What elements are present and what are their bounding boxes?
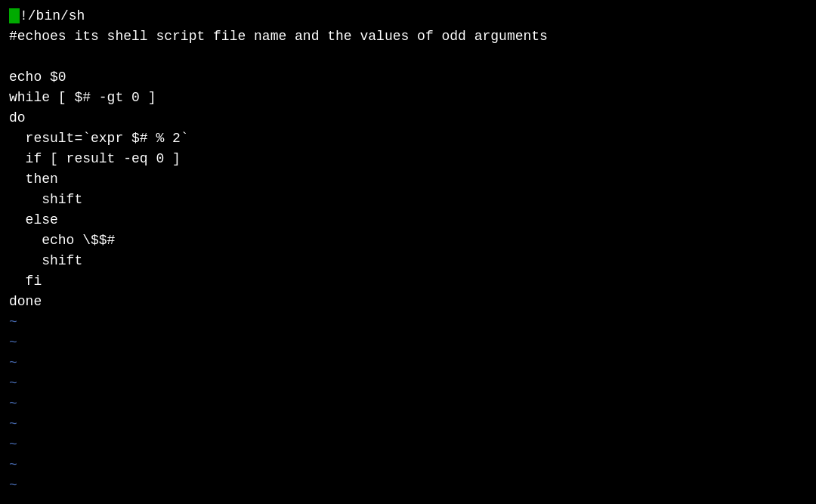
line-text-6: do — [9, 108, 26, 128]
line-text-1: !/bin/sh — [20, 6, 85, 26]
terminal-window[interactable]: !/bin/sh #echoes its shell script file n… — [0, 0, 816, 504]
line-text-15: done — [9, 292, 42, 312]
tilde-line-9: ~ — [9, 475, 807, 496]
tilde-line-1: ~ — [9, 312, 807, 332]
line-text-11: else — [9, 210, 58, 230]
code-line-4: echo $0 — [9, 67, 807, 88]
tilde-line-5: ~ — [9, 394, 807, 414]
code-line-3 — [9, 47, 807, 67]
tilde-line-2: ~ — [9, 332, 807, 353]
tilde-line-3: ~ — [9, 353, 807, 373]
code-line-14: fi — [9, 271, 807, 292]
line-text-4: echo $0 — [9, 67, 66, 88]
code-line-5: while [ $# -gt 0 ] — [9, 88, 807, 108]
code-line-9: then — [9, 169, 807, 190]
line-text-7: result=`expr $# % 2` — [9, 128, 189, 149]
code-line-13: shift — [9, 251, 807, 271]
cursor-block — [9, 8, 20, 23]
tilde-line-4: ~ — [9, 373, 807, 394]
code-line-10: shift — [9, 190, 807, 210]
line-text-9: then — [9, 169, 58, 190]
code-line-2: #echoes its shell script file name and t… — [9, 26, 807, 47]
code-line-7: result=`expr $# % 2` — [9, 128, 807, 149]
code-line-12: echo \$$# — [9, 230, 807, 251]
line-text-8: if [ result -eq 0 ] — [9, 149, 181, 169]
tilde-line-8: ~ — [9, 455, 807, 475]
line-text-13: shift — [9, 251, 82, 271]
code-line-11: else — [9, 210, 807, 230]
line-text-10: shift — [9, 190, 82, 210]
tilde-line-6: ~ — [9, 414, 807, 434]
code-line-6: do — [9, 108, 807, 128]
code-line-15: done — [9, 292, 807, 312]
code-line-8: if [ result -eq 0 ] — [9, 149, 807, 169]
line-text-5: while [ $# -gt 0 ] — [9, 88, 156, 108]
line-text-2: #echoes its shell script file name and t… — [9, 26, 548, 47]
line-text-14: fi — [9, 271, 42, 292]
code-line-1: !/bin/sh — [9, 6, 807, 26]
tilde-line-7: ~ — [9, 434, 807, 455]
line-text-12: echo \$$# — [9, 230, 115, 251]
